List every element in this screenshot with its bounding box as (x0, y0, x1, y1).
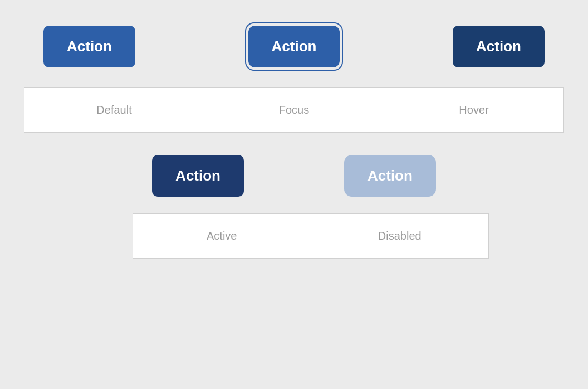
active-button[interactable]: Action (152, 155, 244, 197)
label-default: Default (24, 88, 204, 132)
middle-row-inner: Action Action (43, 155, 545, 197)
label-hover: Hover (384, 88, 564, 132)
top-row-inner: Action Action Action (43, 22, 545, 71)
focus-button-wrapper: Action (245, 22, 344, 71)
bottom-labels-row: Active Disabled (133, 213, 489, 259)
hover-button[interactable]: Action (453, 26, 545, 67)
middle-button-row: Action Action (0, 155, 588, 197)
top-labels-row: Default Focus Hover (24, 87, 564, 133)
main-container: Action Action Action Default Focus Hover… (0, 0, 588, 389)
top-button-row: Action Action Action (0, 22, 588, 71)
default-button[interactable]: Action (43, 26, 135, 67)
label-disabled: Disabled (311, 214, 489, 258)
label-active: Active (133, 214, 311, 258)
label-focus: Focus (204, 88, 384, 132)
disabled-button: Action (344, 155, 436, 197)
focus-button[interactable]: Action (248, 26, 340, 67)
